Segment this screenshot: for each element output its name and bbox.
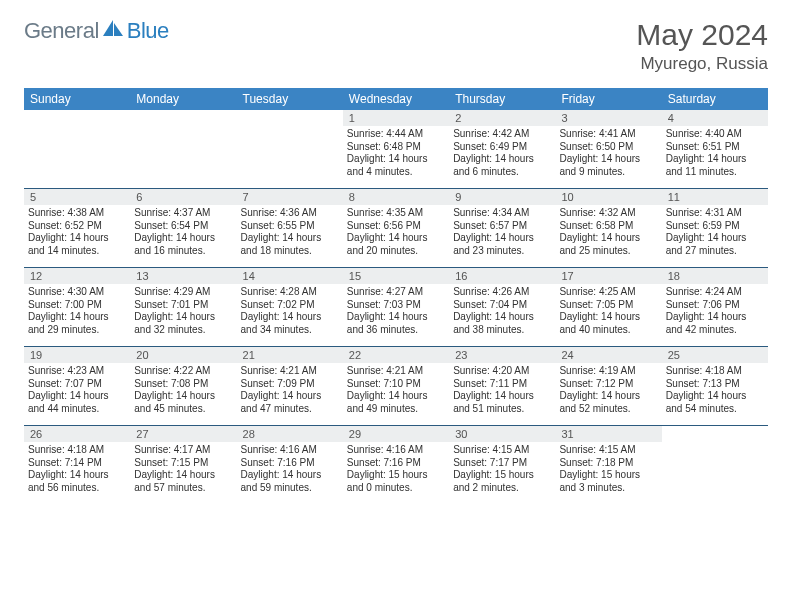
calendar-cell: 15Sunrise: 4:27 AMSunset: 7:03 PMDayligh… <box>343 268 449 346</box>
calendar: Sunday Monday Tuesday Wednesday Thursday… <box>24 88 768 504</box>
calendar-cell: 11Sunrise: 4:31 AMSunset: 6:59 PMDayligh… <box>662 189 768 267</box>
day-d2: and 23 minutes. <box>453 245 551 258</box>
day-d2: and 6 minutes. <box>453 166 551 179</box>
day-details: Sunrise: 4:16 AMSunset: 7:16 PMDaylight:… <box>343 442 449 496</box>
calendar-cell: 18Sunrise: 4:24 AMSunset: 7:06 PMDayligh… <box>662 268 768 346</box>
day-d1: Daylight: 14 hours <box>453 232 551 245</box>
day-number: 29 <box>343 426 449 442</box>
logo-sail-icon <box>103 20 125 42</box>
calendar-cell: 10Sunrise: 4:32 AMSunset: 6:58 PMDayligh… <box>555 189 661 267</box>
day-number: 14 <box>237 268 343 284</box>
day-ss: Sunset: 7:09 PM <box>241 378 339 391</box>
day-sr: Sunrise: 4:24 AM <box>666 286 764 299</box>
day-d2: and 44 minutes. <box>28 403 126 416</box>
day-ss: Sunset: 7:17 PM <box>453 457 551 470</box>
calendar-cell <box>130 110 236 188</box>
day-d2: and 57 minutes. <box>134 482 232 495</box>
dayname-thu: Thursday <box>449 88 555 110</box>
day-sr: Sunrise: 4:36 AM <box>241 207 339 220</box>
day-sr: Sunrise: 4:16 AM <box>347 444 445 457</box>
day-number: 20 <box>130 347 236 363</box>
day-details: Sunrise: 4:15 AMSunset: 7:17 PMDaylight:… <box>449 442 555 496</box>
day-d1: Daylight: 14 hours <box>559 390 657 403</box>
day-d1: Daylight: 14 hours <box>28 311 126 324</box>
day-details: Sunrise: 4:27 AMSunset: 7:03 PMDaylight:… <box>343 284 449 338</box>
calendar-cell: 22Sunrise: 4:21 AMSunset: 7:10 PMDayligh… <box>343 347 449 425</box>
day-details: Sunrise: 4:31 AMSunset: 6:59 PMDaylight:… <box>662 205 768 259</box>
calendar-cell: 5Sunrise: 4:38 AMSunset: 6:52 PMDaylight… <box>24 189 130 267</box>
day-ss: Sunset: 6:59 PM <box>666 220 764 233</box>
day-d2: and 52 minutes. <box>559 403 657 416</box>
day-ss: Sunset: 7:13 PM <box>666 378 764 391</box>
day-d1: Daylight: 14 hours <box>28 390 126 403</box>
calendar-cell: 14Sunrise: 4:28 AMSunset: 7:02 PMDayligh… <box>237 268 343 346</box>
day-details: Sunrise: 4:38 AMSunset: 6:52 PMDaylight:… <box>24 205 130 259</box>
day-sr: Sunrise: 4:26 AM <box>453 286 551 299</box>
calendar-cell: 26Sunrise: 4:18 AMSunset: 7:14 PMDayligh… <box>24 426 130 504</box>
day-number: 7 <box>237 189 343 205</box>
logo-text-blue: Blue <box>127 18 169 44</box>
calendar-cell: 29Sunrise: 4:16 AMSunset: 7:16 PMDayligh… <box>343 426 449 504</box>
day-details: Sunrise: 4:17 AMSunset: 7:15 PMDaylight:… <box>130 442 236 496</box>
day-sr: Sunrise: 4:34 AM <box>453 207 551 220</box>
day-number: 22 <box>343 347 449 363</box>
day-sr: Sunrise: 4:41 AM <box>559 128 657 141</box>
day-ss: Sunset: 7:04 PM <box>453 299 551 312</box>
day-d1: Daylight: 15 hours <box>453 469 551 482</box>
day-d2: and 25 minutes. <box>559 245 657 258</box>
day-d1: Daylight: 14 hours <box>453 311 551 324</box>
calendar-cell: 7Sunrise: 4:36 AMSunset: 6:55 PMDaylight… <box>237 189 343 267</box>
day-number: 28 <box>237 426 343 442</box>
day-sr: Sunrise: 4:42 AM <box>453 128 551 141</box>
day-sr: Sunrise: 4:28 AM <box>241 286 339 299</box>
calendar-cell: 3Sunrise: 4:41 AMSunset: 6:50 PMDaylight… <box>555 110 661 188</box>
day-ss: Sunset: 6:48 PM <box>347 141 445 154</box>
day-number: 1 <box>343 110 449 126</box>
day-sr: Sunrise: 4:19 AM <box>559 365 657 378</box>
dayname-sun: Sunday <box>24 88 130 110</box>
day-d2: and 59 minutes. <box>241 482 339 495</box>
day-ss: Sunset: 7:06 PM <box>666 299 764 312</box>
day-number: 25 <box>662 347 768 363</box>
day-details: Sunrise: 4:40 AMSunset: 6:51 PMDaylight:… <box>662 126 768 180</box>
day-d2: and 51 minutes. <box>453 403 551 416</box>
day-details: Sunrise: 4:29 AMSunset: 7:01 PMDaylight:… <box>130 284 236 338</box>
day-sr: Sunrise: 4:35 AM <box>347 207 445 220</box>
day-ss: Sunset: 7:10 PM <box>347 378 445 391</box>
day-d2: and 2 minutes. <box>453 482 551 495</box>
day-details: Sunrise: 4:42 AMSunset: 6:49 PMDaylight:… <box>449 126 555 180</box>
day-d1: Daylight: 14 hours <box>453 390 551 403</box>
day-sr: Sunrise: 4:16 AM <box>241 444 339 457</box>
day-d1: Daylight: 14 hours <box>347 311 445 324</box>
day-sr: Sunrise: 4:20 AM <box>453 365 551 378</box>
calendar-cell: 30Sunrise: 4:15 AMSunset: 7:17 PMDayligh… <box>449 426 555 504</box>
calendar-cell: 12Sunrise: 4:30 AMSunset: 7:00 PMDayligh… <box>24 268 130 346</box>
day-ss: Sunset: 7:05 PM <box>559 299 657 312</box>
dayname-fri: Friday <box>555 88 661 110</box>
day-sr: Sunrise: 4:23 AM <box>28 365 126 378</box>
calendar-cell: 28Sunrise: 4:16 AMSunset: 7:16 PMDayligh… <box>237 426 343 504</box>
day-number: 12 <box>24 268 130 284</box>
dayname-mon: Monday <box>130 88 236 110</box>
day-number: 23 <box>449 347 555 363</box>
day-sr: Sunrise: 4:15 AM <box>559 444 657 457</box>
day-d1: Daylight: 14 hours <box>666 153 764 166</box>
day-d1: Daylight: 14 hours <box>559 232 657 245</box>
day-d1: Daylight: 14 hours <box>134 469 232 482</box>
day-d1: Daylight: 14 hours <box>28 469 126 482</box>
day-ss: Sunset: 7:07 PM <box>28 378 126 391</box>
day-sr: Sunrise: 4:37 AM <box>134 207 232 220</box>
day-details: Sunrise: 4:18 AMSunset: 7:14 PMDaylight:… <box>24 442 130 496</box>
day-details: Sunrise: 4:15 AMSunset: 7:18 PMDaylight:… <box>555 442 661 496</box>
day-sr: Sunrise: 4:22 AM <box>134 365 232 378</box>
day-sr: Sunrise: 4:38 AM <box>28 207 126 220</box>
day-details: Sunrise: 4:21 AMSunset: 7:10 PMDaylight:… <box>343 363 449 417</box>
day-number: 24 <box>555 347 661 363</box>
day-sr: Sunrise: 4:21 AM <box>347 365 445 378</box>
calendar-cell: 23Sunrise: 4:20 AMSunset: 7:11 PMDayligh… <box>449 347 555 425</box>
day-details: Sunrise: 4:18 AMSunset: 7:13 PMDaylight:… <box>662 363 768 417</box>
day-d1: Daylight: 14 hours <box>241 311 339 324</box>
day-d1: Daylight: 14 hours <box>241 469 339 482</box>
day-d1: Daylight: 14 hours <box>347 232 445 245</box>
day-number: 9 <box>449 189 555 205</box>
